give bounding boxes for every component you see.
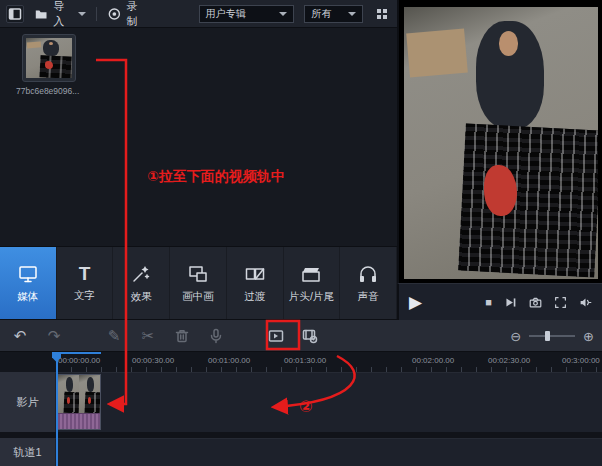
- export-frame-button[interactable]: [266, 326, 286, 346]
- media-item-filename: 77bc6e8e9096...: [16, 86, 79, 96]
- headphones-icon: [357, 263, 379, 285]
- fullscreen-icon: [554, 296, 567, 309]
- picture-in-picture-icon: [187, 263, 209, 285]
- zoom-out-button[interactable]: ⊖: [510, 329, 521, 344]
- album-select[interactable]: 用户专辑: [199, 5, 295, 23]
- album-select-value: 用户专辑: [206, 7, 246, 21]
- import-button[interactable]: 导入: [34, 0, 86, 29]
- magic-wand-icon: [130, 263, 152, 285]
- view-mode-button[interactable]: [375, 6, 391, 22]
- text-icon: T: [79, 264, 91, 284]
- record-label: 录制: [127, 0, 147, 29]
- playback-controls: ▶ ■: [397, 283, 602, 320]
- track-1-label: 轨道1: [0, 438, 55, 466]
- top-toolbar: 导入 录制 用户专辑 所有: [0, 0, 397, 28]
- fullscreen-button[interactable]: [554, 296, 567, 309]
- track-1[interactable]: [55, 438, 602, 466]
- zoom-slider-handle[interactable]: [545, 331, 550, 341]
- filter-select[interactable]: 所有: [304, 5, 363, 23]
- tab-audio[interactable]: 声音: [340, 247, 397, 319]
- video-frame-icon: [268, 328, 284, 344]
- filter-select-value: 所有: [311, 7, 331, 21]
- record-button[interactable]: 录制: [107, 0, 147, 29]
- record-icon: [107, 6, 122, 22]
- speaker-icon: [579, 296, 592, 309]
- zoom-slider[interactable]: [529, 335, 575, 337]
- stop-button[interactable]: ■: [485, 296, 492, 308]
- library-tabbar: 媒体 T 文字 效果 画中画 过: [0, 246, 397, 320]
- tab-pip-label: 画中画: [182, 290, 214, 304]
- preview-panel: [397, 0, 602, 283]
- tab-pip[interactable]: 画中画: [170, 247, 227, 319]
- snapshot-button[interactable]: [529, 296, 542, 309]
- ruler-label: 00:02:30.00: [488, 356, 530, 365]
- timeline-ruler[interactable]: 00:00:00.00 00:00:30.00 00:01:00.00 00:0…: [0, 352, 602, 372]
- tab-media[interactable]: 媒体: [0, 247, 57, 319]
- clip-range-indicator: [57, 352, 101, 354]
- step-forward-icon: [504, 296, 517, 309]
- ruler-label: 00:01:30.00: [284, 356, 326, 365]
- delete-button[interactable]: [172, 326, 192, 346]
- timeline-zoom-controls: ⊖ ⊕: [510, 320, 594, 352]
- tab-intro-outro-label: 片头/片尾: [289, 290, 334, 304]
- step-forward-button[interactable]: [504, 296, 517, 309]
- camera-icon: [529, 296, 542, 309]
- preview-video-frame[interactable]: [404, 7, 598, 279]
- media-library-panel: 77bc6e8e9096...: [0, 28, 397, 246]
- import-label: 导入: [53, 0, 73, 29]
- tab-effects-label: 效果: [131, 290, 152, 304]
- tab-media-label: 媒体: [17, 290, 38, 304]
- tab-text[interactable]: T 文字: [57, 247, 114, 319]
- redo-button[interactable]: ↷: [44, 326, 64, 346]
- panel-toggle-button[interactable]: [6, 5, 24, 23]
- clapperboard-icon: [300, 263, 322, 285]
- zoom-in-button[interactable]: ⊕: [583, 329, 594, 344]
- tab-audio-label: 声音: [358, 290, 379, 304]
- video-editor-window: 导入 录制 用户专辑 所有: [0, 0, 602, 466]
- video-track-label: 影片: [0, 372, 55, 432]
- tab-text-label: 文字: [74, 289, 95, 303]
- folder-icon: [34, 6, 48, 22]
- transition-icon: [244, 263, 266, 285]
- video-track[interactable]: [55, 372, 602, 432]
- grid-view-icon: [375, 6, 391, 22]
- ruler-label: 00:02:00.00: [412, 356, 454, 365]
- add-to-track-button[interactable]: [300, 326, 320, 346]
- ruler-label: 00:00:00.00: [58, 356, 100, 365]
- tab-transition-label: 过渡: [244, 290, 265, 304]
- edit-clip-button[interactable]: ✎: [104, 326, 124, 346]
- split-button[interactable]: ✂: [138, 326, 158, 346]
- chevron-down-icon: [78, 12, 86, 16]
- play-button[interactable]: ▶: [409, 292, 422, 313]
- voiceover-button[interactable]: [206, 326, 226, 346]
- timeline-toolbar: ↶ ↷ ✎ ✂: [0, 320, 602, 352]
- track-divider: [0, 432, 602, 438]
- tab-transition[interactable]: 过渡: [227, 247, 284, 319]
- media-item-preview: [26, 38, 72, 78]
- clip-thumbnail: [58, 375, 79, 413]
- chevron-down-icon: [348, 12, 356, 16]
- ruler-label: 00:01:00.00: [208, 356, 250, 365]
- film-settings-icon: [302, 328, 318, 344]
- clip-audio-strip: [58, 413, 100, 429]
- ruler-label: 00:3:00:00: [562, 356, 600, 365]
- media-icon: [17, 263, 39, 285]
- panel-toggle-icon: [7, 6, 23, 22]
- media-item-thumbnail[interactable]: [22, 34, 76, 82]
- chevron-down-icon: [279, 12, 287, 16]
- tab-intro-outro[interactable]: 片头/片尾: [284, 247, 341, 319]
- tab-effects[interactable]: 效果: [113, 247, 170, 319]
- microphone-icon: [208, 328, 224, 344]
- volume-button[interactable]: [579, 296, 592, 309]
- trash-icon: [174, 328, 190, 344]
- playhead[interactable]: [56, 352, 58, 466]
- ruler-label: 00:00:30.00: [132, 356, 174, 365]
- timeline-clip[interactable]: [57, 374, 101, 430]
- undo-button[interactable]: ↶: [10, 326, 30, 346]
- clip-thumbnail: [79, 375, 100, 413]
- toolbar-divider: [96, 7, 97, 21]
